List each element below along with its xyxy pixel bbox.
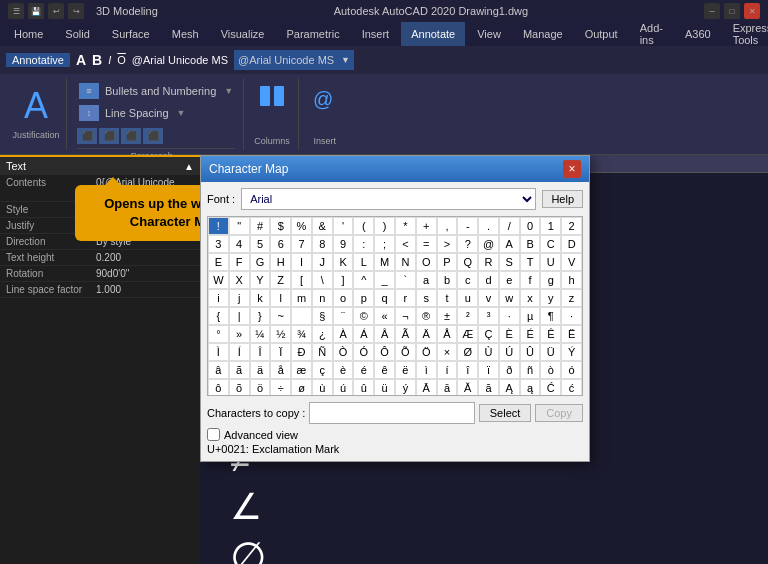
tab-home[interactable]: Home (4, 22, 53, 46)
char-cell[interactable]: ' (333, 217, 354, 235)
char-cell[interactable]: 2 (561, 217, 582, 235)
char-cell[interactable]: ù (312, 379, 333, 396)
char-cell[interactable]: Á (353, 325, 374, 343)
char-cell[interactable]: ú (333, 379, 354, 396)
char-cell[interactable]: © (353, 307, 374, 325)
char-cell[interactable]: L (353, 253, 374, 271)
maximize-button[interactable]: □ (724, 3, 740, 19)
char-cell[interactable]: Ç (478, 325, 499, 343)
char-cell[interactable]: ç (312, 361, 333, 379)
char-cell[interactable]: , (437, 217, 458, 235)
select-button[interactable]: Select (479, 404, 532, 422)
char-cell[interactable]: = (416, 235, 437, 253)
help-button[interactable]: Help (542, 190, 583, 208)
char-cell[interactable]: q (374, 289, 395, 307)
char-cell[interactable]: Â (374, 325, 395, 343)
char-cell[interactable]: Æ (457, 325, 478, 343)
char-cell[interactable]: Û (520, 343, 541, 361)
char-cell[interactable]: Ø (457, 343, 478, 361)
char-cell[interactable]: î (457, 361, 478, 379)
tab-addins[interactable]: Add-ins (630, 22, 673, 46)
char-cell[interactable]: D (561, 235, 582, 253)
char-cell[interactable]: e (499, 271, 520, 289)
char-cell[interactable]: | (229, 307, 250, 325)
char-cell[interactable]: ^ (353, 271, 374, 289)
char-cell[interactable]: ¿ (312, 325, 333, 343)
undo-icon[interactable]: ↩ (48, 3, 64, 19)
char-cell[interactable]: Ò (333, 343, 354, 361)
char-cell[interactable]: Ă (457, 379, 478, 396)
char-cell[interactable]: t (437, 289, 458, 307)
char-cell[interactable]: Õ (395, 343, 416, 361)
font-select[interactable]: Arial (241, 188, 536, 210)
tab-express[interactable]: Express Tools (723, 22, 768, 46)
justification-icon[interactable]: A (12, 82, 60, 130)
char-cell[interactable]: _ (374, 271, 395, 289)
char-cell[interactable]: n (312, 289, 333, 307)
char-cell[interactable]: ¶ (540, 307, 561, 325)
symbol-icon[interactable]: @ (309, 82, 341, 114)
char-cell[interactable]: ð (499, 361, 520, 379)
char-cell[interactable]: ¬ (395, 307, 416, 325)
char-cell[interactable]: ¨ (333, 307, 354, 325)
char-cell[interactable]: ä (250, 361, 271, 379)
char-cell[interactable]: 1 (540, 217, 561, 235)
char-cell[interactable]: Ā (416, 379, 437, 396)
char-cell[interactable]: 8 (312, 235, 333, 253)
char-cell[interactable]: ô (208, 379, 229, 396)
menu-icon[interactable]: ☰ (8, 3, 24, 19)
char-cell[interactable]: / (499, 217, 520, 235)
char-cell[interactable]: v (478, 289, 499, 307)
char-cell[interactable]: Ć (540, 379, 561, 396)
char-cell[interactable]: h (561, 271, 582, 289)
char-cell[interactable]: i (208, 289, 229, 307)
char-cell[interactable]: Z (270, 271, 291, 289)
char-cell[interactable]: ) (374, 217, 395, 235)
align-left-icon[interactable]: ⬛ (77, 128, 97, 144)
char-cell[interactable]: Î (250, 343, 271, 361)
advanced-view-checkbox[interactable] (207, 428, 220, 441)
char-cell[interactable]: K (333, 253, 354, 271)
char-cell[interactable]: ü (374, 379, 395, 396)
char-cell[interactable]: ò (540, 361, 561, 379)
char-cell[interactable]: P (437, 253, 458, 271)
char-cell[interactable]: × (437, 343, 458, 361)
char-cell[interactable]: » (229, 325, 250, 343)
char-cell[interactable]: G (250, 253, 271, 271)
char-cell[interactable]: c (457, 271, 478, 289)
char-cell[interactable]: > (437, 235, 458, 253)
columns-icon[interactable] (256, 82, 288, 114)
char-cell[interactable]: Ý (561, 343, 582, 361)
char-cell[interactable]: Ã (395, 325, 416, 343)
char-cell[interactable]: À (333, 325, 354, 343)
char-cell[interactable]: õ (229, 379, 250, 396)
align-center-icon[interactable]: ⬛ (99, 128, 119, 144)
align-right-icon[interactable]: ⬛ (121, 128, 141, 144)
char-cell[interactable]: F (229, 253, 250, 271)
char-cell[interactable]: * (395, 217, 416, 235)
char-cell[interactable]: O (416, 253, 437, 271)
tab-mesh[interactable]: Mesh (162, 22, 209, 46)
char-cell[interactable]: Ð (291, 343, 312, 361)
chars-to-copy-input[interactable] (309, 402, 474, 424)
char-cell[interactable]: Ì (208, 343, 229, 361)
char-cell[interactable]: Å (437, 325, 458, 343)
char-cell[interactable]: N (395, 253, 416, 271)
save-icon[interactable]: 💾 (28, 3, 44, 19)
char-cell[interactable]: Ą (499, 379, 520, 396)
char-cell[interactable]: z (561, 289, 582, 307)
justification-label[interactable]: Justification (12, 130, 59, 140)
bullets-numbering-item[interactable]: ≡ Bullets and Numbering ▼ (77, 82, 235, 100)
char-cell[interactable]: b (437, 271, 458, 289)
char-cell[interactable]: % (291, 217, 312, 235)
line-spacing-item[interactable]: ↕ Line Spacing ▼ (77, 104, 235, 122)
char-cell[interactable]: Ù (478, 343, 499, 361)
char-cell[interactable]: ! (208, 217, 229, 235)
char-cell[interactable]: Ô (374, 343, 395, 361)
char-cell[interactable]: . (478, 217, 499, 235)
char-cell[interactable]: ( (353, 217, 374, 235)
char-cell[interactable]: f (520, 271, 541, 289)
char-cell[interactable]: ½ (270, 325, 291, 343)
char-cell[interactable]: + (416, 217, 437, 235)
char-cell[interactable]: u (457, 289, 478, 307)
